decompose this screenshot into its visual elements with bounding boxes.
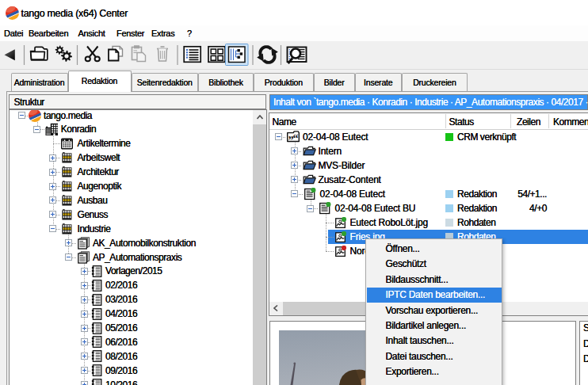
- svg-text:“: “: [293, 132, 299, 143]
